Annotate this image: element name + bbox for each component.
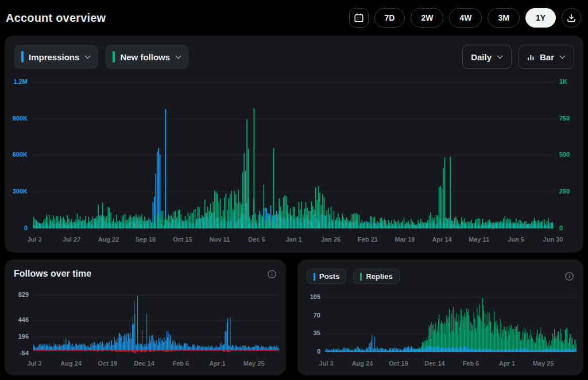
date-range-controls: 7D 2W 4W 3M 1Y	[349, 8, 581, 28]
follows-card-title: Follows over time	[14, 269, 91, 279]
granularity-select[interactable]: Daily	[462, 45, 512, 69]
posts-accent-bar	[314, 273, 315, 281]
page-title: Account overview	[6, 11, 106, 25]
page-header: Account overview 7D 2W 4W 3M 1Y	[0, 0, 588, 36]
chevron-down-icon	[497, 55, 503, 59]
granularity-label: Daily	[471, 52, 492, 62]
info-icon	[267, 269, 277, 279]
range-1y-button[interactable]: 1Y	[525, 8, 556, 28]
range-7d-button[interactable]: 7D	[374, 8, 405, 28]
new-follows-accent-bar	[113, 51, 115, 63]
replies-legend-label: Replies	[366, 272, 392, 281]
legend-replies[interactable]: Replies	[353, 269, 399, 284]
range-3m-button[interactable]: 3M	[488, 8, 519, 28]
impressions-accent-bar	[21, 51, 24, 63]
chevron-down-icon	[175, 55, 181, 59]
calendar-button[interactable]	[349, 8, 369, 28]
chart-type-select[interactable]: Bar	[519, 45, 574, 69]
download-button[interactable]	[562, 8, 581, 28]
new-follows-label: New follows	[120, 52, 170, 62]
legend-posts[interactable]: Posts	[307, 269, 346, 284]
posts-legend-label: Posts	[319, 272, 339, 281]
range-4w-button[interactable]: 4W	[449, 8, 482, 28]
chart-type-label: Bar	[540, 52, 554, 62]
follows-over-time-card: Follows over time	[5, 259, 286, 375]
metric-selector-new-follows[interactable]: New follows	[105, 45, 189, 69]
metric-selector-impressions[interactable]: Impressions	[14, 45, 98, 69]
bar-chart-icon	[527, 53, 535, 61]
impressions-label: Impressions	[29, 52, 79, 62]
chevron-down-icon	[559, 55, 566, 59]
calendar-icon	[354, 13, 364, 23]
posts-replies-card: Posts Replies	[297, 259, 583, 375]
range-2w-button[interactable]: 2W	[411, 8, 443, 28]
download-icon	[566, 13, 577, 23]
main-chart-toolbar: Impressions New follows Daily Bar	[5, 36, 583, 69]
chevron-down-icon	[84, 55, 91, 59]
account-overview-page: Account overview 7D 2W 4W 3M 1Y	[0, 0, 588, 380]
info-icon	[564, 272, 574, 281]
posts-info-button[interactable]	[564, 272, 574, 281]
replies-accent-bar	[360, 273, 362, 281]
account-overview-chart-card: Impressions New follows Daily Bar	[5, 36, 583, 253]
follows-card-header: Follows over time	[5, 259, 286, 279]
posts-card-header: Posts Replies	[297, 259, 583, 284]
follows-info-button[interactable]	[267, 269, 277, 279]
